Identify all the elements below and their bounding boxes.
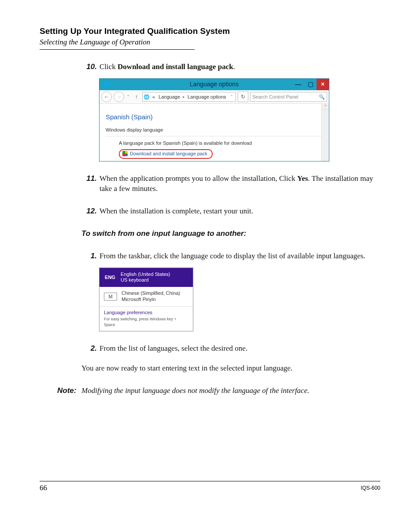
note-label: Note:: [57, 386, 81, 396]
minimize-button[interactable]: —: [292, 79, 304, 90]
note: Note: Modifying the input language does …: [57, 386, 380, 396]
download-link-text: Download and install language pack: [130, 150, 207, 157]
step-tail: .: [233, 62, 235, 71]
keyboard-layout: US keyboard: [121, 277, 170, 283]
language-name: Chinese (Simplified, China): [122, 290, 180, 297]
step-text: Click: [99, 62, 118, 71]
subheading-switch-input-language: To switch from one input language to ano…: [81, 229, 380, 239]
download-install-language-pack-link[interactable]: Download and install language pack: [119, 149, 213, 159]
switch-hint: For easy switching, press Windows key + …: [104, 316, 188, 327]
substep-2: 2. From the list of languages, select th…: [81, 344, 380, 354]
step-10: 10. Click Download and install language …: [81, 62, 380, 72]
step-text: When the application prompts you to allo…: [99, 174, 297, 183]
step-12: 12. When the installation is complete, r…: [81, 206, 380, 216]
step-number: 11.: [81, 174, 99, 194]
display-language-label: Windows display language: [106, 127, 323, 136]
refresh-button[interactable]: ↻: [238, 92, 248, 102]
search-placeholder: Search Control Panel: [252, 94, 298, 100]
screenshot-language-options: 🌐 Language options — ▢ × ← → ˅ ↑ 🌐 « Lan…: [99, 78, 329, 161]
forward-button[interactable]: →: [114, 92, 124, 102]
closing-paragraph: You are now ready to start entering text…: [81, 363, 380, 374]
footer-rule: [40, 481, 380, 481]
input-language-item-selected[interactable]: ENG English (United States) US keyboard: [99, 268, 193, 287]
step-number: 12.: [81, 206, 99, 216]
language-code: M: [104, 293, 117, 301]
note-text: Modifying the input language does not mo…: [81, 386, 380, 396]
search-icon: 🔍: [319, 94, 325, 100]
window-titlebar: 🌐 Language options — ▢ ×: [99, 79, 329, 90]
language-heading: Spanish (Spain): [106, 113, 323, 121]
shield-icon: [122, 151, 128, 156]
address-dropdown-icon[interactable]: ˅: [228, 94, 236, 99]
back-button[interactable]: ←: [101, 92, 112, 102]
close-button[interactable]: ×: [317, 79, 329, 90]
page-number: 66: [40, 484, 47, 492]
substep-1: 1. From the taskbar, click the language …: [81, 251, 380, 261]
breadcrumb-sep: «: [151, 94, 157, 100]
breadcrumb-address[interactable]: 🌐 « Language ▸ Language options ˅: [142, 92, 236, 102]
step-number: 2.: [81, 344, 99, 354]
flyout-footer: Language preferences For easy switching,…: [99, 306, 193, 331]
breadcrumb-arrow-icon: ▸: [182, 94, 186, 99]
breadcrumb-seg1[interactable]: Language: [157, 94, 182, 100]
breadcrumb-seg2[interactable]: Language options: [186, 94, 228, 100]
chapter-title: Setting Up Your Integrated Qualification…: [40, 26, 380, 36]
input-language-item[interactable]: M Chinese (Simplified, China) Microsoft …: [99, 287, 193, 306]
step-text: From the taskbar, click the language cod…: [99, 251, 380, 261]
scrollbar[interactable]: ˄: [321, 104, 329, 161]
keyboard-layout: Microsoft Pinyin: [122, 297, 180, 303]
globe-icon: 🌐: [143, 94, 151, 100]
history-dropdown-icon[interactable]: ˅: [126, 94, 131, 99]
search-control-panel[interactable]: Search Control Panel 🔍: [250, 92, 327, 102]
up-button[interactable]: ↑: [133, 93, 140, 101]
language-pack-available-text: A language pack for Spanish (Spain) is a…: [119, 140, 323, 147]
language-code: ENG: [104, 274, 116, 281]
language-name: English (United States): [121, 272, 170, 278]
product-model: IQS-600: [361, 485, 380, 491]
maximize-button[interactable]: ▢: [304, 79, 317, 90]
step-bold: Download and install language pack: [118, 62, 233, 71]
scroll-up-icon[interactable]: ˄: [322, 104, 329, 110]
step-text: When the installation is complete, resta…: [99, 206, 380, 216]
step-number: 10.: [81, 62, 99, 72]
step-11: 11. When the application prompts you to …: [81, 174, 380, 194]
step-bold: Yes: [297, 174, 308, 183]
language-preferences-link[interactable]: Language preferences: [104, 309, 188, 316]
step-number: 1.: [81, 251, 99, 261]
step-text: From the list of languages, select the d…: [99, 344, 380, 354]
address-bar-row: ← → ˅ ↑ 🌐 « Language ▸ Language options …: [99, 90, 329, 104]
screenshot-input-language-flyout: ENG English (United States) US keyboard …: [99, 268, 193, 331]
section-title: Selecting the Language of Operation: [40, 38, 380, 47]
page-footer: 66 IQS-600: [40, 481, 380, 492]
header-rule: [40, 49, 195, 50]
window-content: ˄ Spanish (Spain) Windows display langua…: [99, 104, 329, 161]
